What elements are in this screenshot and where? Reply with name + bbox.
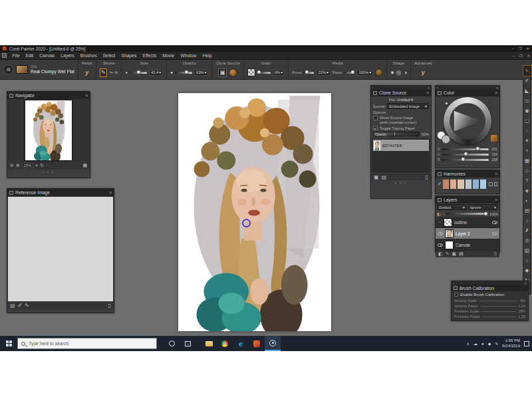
navigator-preview[interactable]: [7, 99, 90, 162]
cortana-button[interactable]: [164, 336, 180, 351]
brushcal-collapse-icon[interactable]: [454, 286, 458, 290]
file-explorer-button[interactable]: [201, 336, 217, 351]
layer-opacity-slider[interactable]: [446, 213, 488, 215]
action-center-icon[interactable]: [524, 341, 529, 346]
tool-cutter-icon[interactable]: ✗: [523, 225, 531, 235]
tracing-opacity-slider[interactable]: Opacity: [373, 132, 420, 136]
clone-source-select[interactable]: Embedded Image ▾: [387, 103, 429, 109]
blend-mode-select[interactable]: Default▾: [437, 204, 467, 210]
menu-help[interactable]: Help: [200, 53, 215, 58]
clone-new-image-icon[interactable]: ▣: [374, 174, 379, 180]
clone-open-icon[interactable]: ▤: [382, 174, 387, 180]
tool-layout-grid-icon[interactable]: ▥: [523, 245, 531, 255]
layers-collapse-icon[interactable]: [438, 198, 442, 202]
tool-dropper-icon[interactable]: ✐: [523, 76, 531, 86]
tray-network-icon[interactable]: ●: [481, 342, 484, 346]
harmony-swatch-3[interactable]: [458, 180, 464, 189]
color-collapse-icon[interactable]: [438, 91, 442, 95]
clone-source-item[interactable]: ED7A07EB: [373, 140, 429, 151]
harmonies-collapse-icon[interactable]: [438, 172, 442, 176]
tool-gradient-icon[interactable]: ◐: [523, 196, 531, 205]
shape-attr1-icon[interactable]: ●: [390, 69, 394, 76]
harmony-swatch-6[interactable]: [480, 180, 486, 189]
clone-source-menu-icon[interactable]: ≡: [426, 90, 429, 95]
harmony-swatch-5[interactable]: [473, 180, 479, 189]
layer-row-layer2[interactable]: Layer 2: [436, 228, 499, 239]
outline-visibility-icon[interactable]: ﹀: [438, 219, 442, 225]
enable-brushcal-checkbox[interactable]: [454, 293, 458, 297]
tray-cloud-icon[interactable]: ☁: [473, 341, 477, 346]
tool-eraser-icon[interactable]: ▭: [523, 96, 531, 106]
layer-row-canvas[interactable]: Canvas: [436, 239, 499, 251]
freehand-stroke-icon[interactable]: ✎: [100, 68, 108, 77]
close-button[interactable]: ✕: [526, 47, 529, 51]
tool-brush-icon[interactable]: ✎: [523, 66, 531, 76]
straight-line-stroke-icon[interactable]: ~: [109, 69, 112, 76]
shape-attr3-icon[interactable]: ◑: [403, 69, 406, 76]
tool-shape-pen-icon[interactable]: ◇: [523, 166, 531, 176]
layer-lock-icon[interactable]: ◧: [437, 211, 441, 216]
color-resize-grip[interactable]: • • •: [436, 163, 499, 168]
media-value1[interactable]: 22%: [318, 70, 326, 74]
reference-open-icon[interactable]: ▤: [10, 303, 15, 309]
edge-button[interactable]: e: [233, 336, 249, 351]
reference-pen-icon[interactable]: ✎: [25, 303, 29, 309]
media-stepper1-icon[interactable]: ▾: [327, 70, 329, 74]
tool-crop-icon[interactable]: +: [523, 146, 531, 156]
taskbar-search[interactable]: Type here to search: [17, 338, 157, 349]
media-value2[interactable]: 100%: [358, 70, 368, 74]
tracing-paper-checkbox[interactable]: ✓: [373, 126, 378, 130]
layers-cmd4-icon[interactable]: ▤: [459, 251, 464, 257]
harmonies-save-icon[interactable]: [494, 182, 497, 186]
media-icon[interactable]: [375, 68, 383, 76]
grain-value[interactable]: 0%: [275, 70, 280, 74]
size-value[interactable]: 43.4: [151, 70, 158, 74]
task-view-button[interactable]: [180, 336, 196, 351]
nav-grabber-icon[interactable]: ⌖: [35, 163, 38, 168]
pressure-scale-row[interactable]: Pressure Scale19%: [452, 309, 528, 314]
taskbar-clock[interactable]: 1:55 PM 9/24/2019: [502, 338, 520, 349]
size-slider[interactable]: [130, 72, 147, 74]
minimize-button[interactable]: –: [511, 47, 513, 51]
layers-cmd3-icon[interactable]: ▣: [452, 251, 457, 257]
tool-magic-wand-icon[interactable]: ✶: [523, 136, 531, 146]
ignore-select[interactable]: Ignore▾: [468, 204, 498, 210]
media-stepper2-icon[interactable]: ▾: [369, 70, 371, 74]
grain-slider[interactable]: [257, 72, 271, 74]
clone-source-thumb-icon[interactable]: [229, 68, 237, 77]
slider-g[interactable]: [442, 154, 489, 156]
menu-effects[interactable]: Effects: [140, 53, 160, 58]
reference-image-area[interactable]: [8, 197, 113, 301]
tool-grabber-icon[interactable]: ◆: [523, 265, 531, 275]
stroke-options-icon[interactable]: ≈: [114, 69, 118, 76]
reset-brush-icon[interactable]: y: [85, 69, 88, 76]
doc-close-button[interactable]: ✕: [527, 54, 530, 58]
layer-row-outline[interactable]: ﹀ outline: [436, 217, 499, 228]
velocity-power-row[interactable]: Velocity Power1.24: [452, 303, 528, 309]
start-button[interactable]: [0, 336, 17, 351]
menu-brushes[interactable]: Brushes: [77, 53, 100, 58]
show-source-checkbox[interactable]: [373, 116, 378, 120]
tool-lasso-icon[interactable]: ◌: [523, 126, 531, 136]
brush-variant-thumbnail[interactable]: [16, 65, 28, 74]
harmony-swatch-4[interactable]: [466, 180, 471, 189]
menu-layers[interactable]: Layers: [58, 53, 77, 58]
brush-selector-icon[interactable]: ⊘: [3, 65, 13, 74]
layer2-eye-icon[interactable]: [438, 232, 443, 235]
brush-variant-label[interactable]: Real Clumpy Wet Flat: [31, 69, 74, 74]
opacity-value[interactable]: 63%: [196, 70, 204, 74]
menu-select[interactable]: Select: [100, 53, 118, 58]
layers-cmd1-icon[interactable]: ◧: [438, 251, 443, 257]
reference-dropper-icon[interactable]: ✐: [18, 303, 23, 309]
tool-text-icon[interactable]: T: [523, 176, 531, 186]
layer-pick-icon[interactable]: ◌: [442, 212, 445, 216]
clone-stamp-icon[interactable]: ▣: [218, 68, 227, 77]
clone-trash-icon[interactable]: ▯: [426, 174, 428, 180]
reference-menu-icon[interactable]: ≡: [109, 190, 112, 195]
doc-restore-button[interactable]: ❐: [519, 54, 522, 58]
outline-eye-icon[interactable]: [492, 221, 497, 224]
canvas-document[interactable]: [178, 93, 331, 331]
pressure-power-row[interactable]: Pressure Power1.35: [452, 314, 528, 319]
tray-expand-icon[interactable]: ∧: [467, 341, 469, 346]
harmonies-wrench-icon[interactable]: ✐: [438, 182, 442, 187]
